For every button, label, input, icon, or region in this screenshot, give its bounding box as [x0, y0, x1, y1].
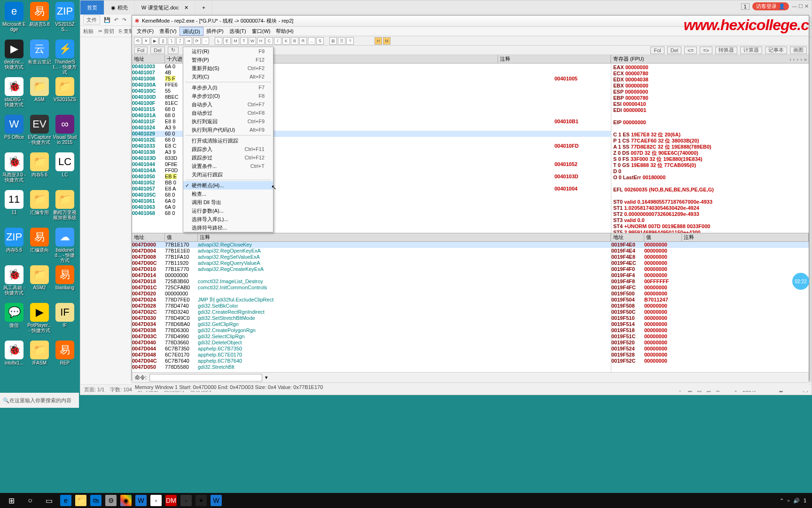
- menu-item[interactable]: 跟踪步入Ctrl+F11: [183, 145, 273, 153]
- toolbar-button[interactable]: ⊞: [329, 37, 337, 45]
- menu-item[interactable]: 跟踪步过Ctrl+F12: [183, 153, 273, 162]
- panel-button-K[interactable]: K: [282, 37, 290, 45]
- dump-row[interactable]: 0047D0486C7E0170apphelp.6C7E0170: [132, 352, 611, 358]
- close-icon[interactable]: ✕: [184, 5, 188, 11]
- dump-col-val[interactable]: 值: [165, 233, 198, 241]
- menu-item[interactable]: 自动步过Ctrl+F8: [183, 109, 273, 117]
- desktop-icon[interactable]: 🐞风工具箱 - 快捷方式: [2, 265, 26, 302]
- wps-tab[interactable]: 首页: [80, 0, 104, 15]
- desktop-icon[interactable]: 📁汇编专用: [27, 190, 52, 227]
- dump-row[interactable]: 0047D02000000000: [132, 291, 611, 297]
- menu-item[interactable]: 帮助(H): [273, 27, 296, 36]
- tb-app1-icon[interactable]: ▫: [150, 495, 162, 506]
- tray-vol-icon[interactable]: 🔊: [793, 498, 800, 504]
- tray-up-icon[interactable]: ⌃: [780, 498, 784, 504]
- panel-button-T[interactable]: T: [240, 37, 248, 45]
- stack-row[interactable]: 0019F50C00000000: [611, 309, 809, 315]
- panel-button-L[interactable]: L: [215, 37, 222, 45]
- start-button[interactable]: ⊞: [2, 493, 21, 508]
- menu-item[interactable]: 自动步入Ctrl+F7: [183, 100, 273, 109]
- dump-row[interactable]: 0047D030778D49C0gdi32.SetStretchBltMode: [132, 315, 611, 321]
- desktop-icon[interactable]: 📁鹏程万里视频加密系统: [53, 190, 77, 227]
- tb2-next[interactable]: =>: [700, 47, 712, 54]
- tb2-refresh[interactable]: ↻: [168, 47, 179, 54]
- dump-row[interactable]: 0047D038778D6300gdi32.CreatePolygonRgn: [132, 327, 611, 333]
- menu-item[interactable]: 关闭运行跟踪: [183, 170, 273, 179]
- stack-col-comment[interactable]: 注释: [682, 233, 809, 241]
- menu-item[interactable]: 查看(V): [156, 27, 180, 36]
- tb2-fol[interactable]: Fol: [134, 47, 148, 54]
- dump-row[interactable]: 0047D01077B1E770advapi32.RegCreateKeyExA: [132, 266, 611, 272]
- dump-row[interactable]: 0047D034778D6BA0gdi32.GetClipRgn: [132, 321, 611, 327]
- menu-item[interactable]: 运行参数(A)...: [183, 206, 273, 215]
- nav-end-icon[interactable]: »: [804, 56, 807, 62]
- menu-item[interactable]: 打开或清除运行跟踪: [183, 136, 273, 145]
- maximize-button[interactable]: ☐: [798, 3, 803, 9]
- stack-row[interactable]: 0019F51800000000: [611, 327, 809, 333]
- menu-item[interactable]: 重新开始(S)Ctrl+F2: [183, 64, 273, 72]
- dump-row[interactable]: 0047D01C725CFAB0comctl32.InitCommonContr…: [132, 285, 611, 291]
- stack-row[interactable]: 0019F50800000000: [611, 303, 809, 309]
- desktop-icon[interactable]: 易汇编逆向: [27, 228, 52, 264]
- menu-item[interactable]: 运行(R)F9: [183, 47, 273, 56]
- menu-item[interactable]: 单步步入(I)F7: [183, 83, 273, 92]
- desktop-icon[interactable]: WPS Office: [2, 115, 26, 151]
- minimize-button[interactable]: —: [792, 3, 797, 9]
- toolbar-button[interactable]: →: [202, 37, 209, 45]
- menu-item[interactable]: 选择符号路径...: [183, 223, 273, 232]
- stack-row[interactable]: 0019F51C00000000: [611, 333, 809, 340]
- dump-row[interactable]: 0047D00077B1E170advapi32.RegCloseKey: [132, 242, 611, 248]
- toolbar-button[interactable]: ⇥: [185, 37, 192, 45]
- dump-row[interactable]: 0047D040778D3660gdi32.DeleteObject: [132, 340, 611, 346]
- close-button[interactable]: ✕: [804, 3, 809, 9]
- stack-row[interactable]: 0019F50000000000: [611, 291, 809, 297]
- desktop-icon[interactable]: 🐞staDBG - 快捷方式: [2, 77, 26, 114]
- desktop-icon[interactable]: 📁ASM2: [27, 265, 52, 302]
- tray-net-icon[interactable]: ▫: [788, 498, 789, 503]
- menu-item[interactable]: 暂停(P)F12: [183, 56, 273, 64]
- stack-row[interactable]: 0019F52000000000: [611, 340, 809, 346]
- desktop-icon[interactable]: IFIF: [53, 303, 77, 340]
- toolbar-button[interactable]: ||: [159, 37, 167, 45]
- panel-button-B[interactable]: B: [291, 37, 298, 45]
- nav-right2-icon[interactable]: ›: [800, 56, 802, 62]
- dump-row[interactable]: 0047D01400000000: [132, 272, 611, 278]
- panel-button-...[interactable]: ...: [308, 37, 315, 45]
- dump-col-addr[interactable]: 地址: [132, 233, 165, 241]
- desktop-icon[interactable]: LCLC: [53, 152, 77, 189]
- panel-button-M[interactable]: M: [232, 37, 239, 45]
- panel-button-R[interactable]: R: [299, 37, 307, 45]
- nav-right-icon[interactable]: ›: [797, 56, 799, 62]
- dump-row[interactable]: 0047D00877B1FA10advapi32.RegSetValueExA: [132, 254, 611, 260]
- desktop-icon[interactable]: ▶PotPlayer... - 快捷方式: [27, 303, 52, 340]
- tb2-fol3[interactable]: Fol: [650, 47, 664, 54]
- toolbar-button[interactable]: ⟳: [193, 37, 201, 45]
- tb2-prev[interactable]: <=: [684, 47, 697, 54]
- menu-item[interactable]: 设置条件...Ctrl+T: [183, 162, 273, 170]
- stack-row[interactable]: 0019F4F400000000: [611, 272, 809, 278]
- dump-row[interactable]: 0047D024778D7FE0JMP 到 gdi32ful.ExcludeCl…: [132, 297, 611, 303]
- menu-item[interactable]: 单步步过(O)F8: [183, 92, 273, 100]
- menu-item[interactable]: 调用 Dll 导出: [183, 198, 273, 206]
- tb-app4-icon[interactable]: W: [211, 495, 222, 506]
- desktop-icon[interactable]: 易易语言5.8: [27, 2, 52, 39]
- desktop-icon[interactable]: 📁IFASM: [27, 341, 52, 377]
- redo-icon[interactable]: ↷: [122, 17, 126, 23]
- dump-row[interactable]: 0047D00C77B11920advapi32.RegQueryValueA: [132, 260, 611, 266]
- dump-row[interactable]: 0047D02C778D3240gdi32.CreateRectRgnIndir…: [132, 309, 611, 315]
- tb2-calc[interactable]: 计算器: [740, 47, 762, 54]
- tb-app2-icon[interactable]: ▫: [180, 495, 192, 506]
- dump-row[interactable]: 0047D0446C7B7350apphelp.6C7B7350: [132, 346, 611, 352]
- stack-row[interactable]: 0019F4F800FFFFFF: [611, 278, 809, 285]
- hm-button-H[interactable]: H: [375, 37, 382, 45]
- tb-dm-icon[interactable]: DM: [165, 495, 177, 506]
- desktop-icon[interactable]: 💬微信: [2, 303, 26, 340]
- stack-col-val[interactable]: 值: [644, 233, 682, 241]
- file-menu[interactable]: 文件: [83, 16, 100, 24]
- toolbar-button[interactable]: ✕: [142, 37, 150, 45]
- panel-button-W[interactable]: W: [249, 37, 256, 45]
- desktop-icon[interactable]: ZIP内存5.6: [2, 228, 26, 264]
- col-comment[interactable]: 注释: [498, 55, 611, 63]
- menu-item[interactable]: 选项(T): [226, 27, 249, 36]
- desktop-icon[interactable]: ☁baidunetd... - 快捷方式: [53, 228, 77, 264]
